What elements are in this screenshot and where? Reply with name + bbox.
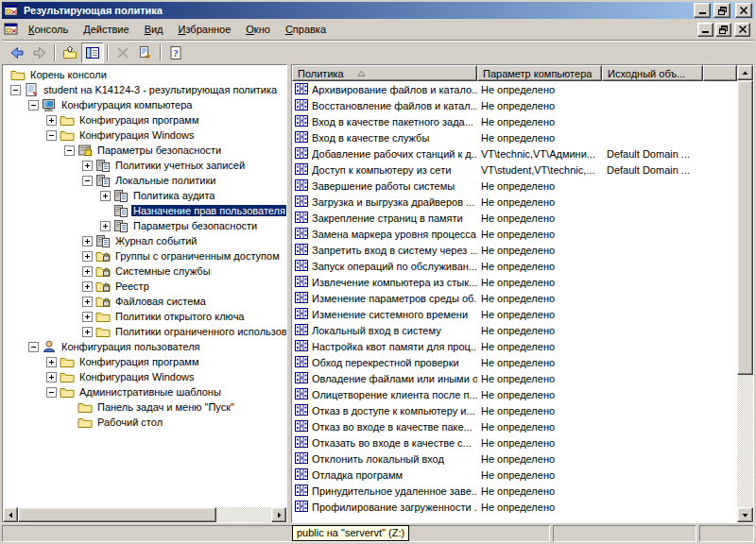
expand-plus-icon[interactable] — [46, 115, 57, 126]
tree-item[interactable]: Панель задач и меню "Пуск" — [3, 400, 286, 415]
close-button[interactable] — [735, 3, 752, 18]
mdi-close-button[interactable] — [734, 23, 750, 37]
tree-item[interactable]: Группы с ограниченным доступом — [3, 248, 286, 264]
menu-help[interactable]: Справка — [278, 21, 334, 38]
column-header-policy[interactable]: Политика — [292, 65, 477, 81]
tree-item[interactable]: Политики ограниченного использов — [3, 324, 286, 339]
titlebar[interactable]: Результирующая политика — [2, 2, 754, 19]
policy-row[interactable]: Изменение параметров среды об...Не опред… — [292, 290, 737, 306]
help-button[interactable]: ? — [164, 42, 187, 63]
policy-row[interactable]: Олицетворение клиента после п...Не опред… — [292, 386, 737, 402]
policy-row[interactable]: Завершение работы системыНе определено — [292, 178, 737, 194]
tree-item[interactable]: Журнал событий — [3, 233, 286, 248]
collapse-minus-icon[interactable] — [28, 100, 39, 110]
expand-plus-icon[interactable] — [46, 372, 57, 382]
collapse-minus-icon[interactable] — [82, 176, 93, 186]
tree-item[interactable]: Реестр — [3, 279, 286, 294]
expand-plus-icon[interactable] — [46, 357, 57, 367]
policy-row[interactable]: Запретить вход в систему через ...Не опр… — [292, 242, 737, 258]
expand-plus-icon[interactable] — [82, 297, 93, 307]
scroll-down-button[interactable] — [737, 507, 753, 522]
collapse-minus-icon[interactable] — [64, 145, 75, 156]
tree-item[interactable]: Корень консоли — [3, 67, 286, 82]
collapse-minus-icon[interactable] — [10, 85, 21, 95]
policy-row[interactable]: Архивирование файлов и катало...Не опред… — [292, 81, 737, 97]
tree-item[interactable]: Конфигурация компьютера — [3, 97, 286, 112]
expand-plus-icon[interactable] — [100, 221, 111, 231]
expand-plus-icon[interactable] — [82, 161, 93, 171]
policy-row[interactable]: Локальный вход в системуНе определено — [292, 322, 737, 338]
policy-row[interactable]: Вход в качестве пакетного зада...Не опре… — [292, 113, 737, 129]
policy-row[interactable]: Отказ в доступе к компьютеру и...Не опре… — [292, 402, 737, 418]
back-button[interactable] — [6, 42, 28, 63]
tree-item[interactable]: student на K14124-3 - результирующая пол… — [3, 82, 286, 97]
h-scrollbar[interactable] — [3, 507, 286, 522]
tree-item[interactable]: Конфигурация программ — [3, 112, 286, 128]
policy-row[interactable]: Загрузка и выгрузка драйверов ...Не опре… — [292, 194, 737, 210]
mdi-restore-button[interactable] — [715, 23, 731, 37]
policy-row[interactable]: Запуск операций по обслуживан...Не опред… — [292, 258, 737, 274]
tree-item[interactable]: Административные шаблоны — [3, 384, 286, 400]
tree-item[interactable]: Политики учетных записей — [3, 158, 286, 173]
h-scroll-track[interactable] — [216, 507, 271, 522]
up-one-level-button[interactable] — [59, 42, 81, 63]
policy-row[interactable]: Изменение системного времениНе определен… — [292, 306, 737, 322]
tree-item[interactable]: Локальные политики — [3, 173, 286, 188]
tree-item[interactable]: Политики открытого ключа — [3, 309, 286, 324]
tree-item[interactable]: Конфигурация Windows — [3, 128, 286, 143]
show-hide-tree-button[interactable] — [81, 42, 104, 63]
policy-row[interactable]: Обход перекрестной проверкиНе определено — [292, 354, 737, 370]
policy-row[interactable]: Отклонить локальный входНе определено — [292, 450, 737, 467]
column-header-source[interactable]: Исходный объ... — [602, 65, 703, 81]
tree-item[interactable]: Системные службы — [3, 264, 286, 279]
tree-item[interactable]: Конфигурация программ — [3, 354, 286, 369]
minimize-button[interactable] — [694, 3, 711, 18]
v-scrollbar[interactable] — [737, 65, 753, 522]
export-list-button[interactable] — [134, 42, 157, 63]
policy-row[interactable]: Отказать во входе в качестве с...Не опре… — [292, 434, 737, 450]
policy-row[interactable]: Закрепление страниц в памятиНе определен… — [292, 210, 737, 226]
expand-plus-icon[interactable] — [82, 327, 93, 337]
scroll-right-button[interactable] — [271, 507, 286, 522]
menu-window[interactable]: Окно — [238, 21, 278, 38]
policy-row[interactable]: Извлечение компьютера из стык...Не опред… — [292, 274, 737, 290]
tree-item[interactable]: Файловая система — [3, 294, 286, 309]
expand-plus-icon[interactable] — [82, 266, 93, 277]
tree-item[interactable]: Назначение прав пользователя — [3, 203, 286, 218]
collapse-minus-icon[interactable] — [28, 342, 39, 352]
collapse-minus-icon[interactable] — [46, 130, 57, 141]
policy-row[interactable]: Овладение файлами или иными о...Не опред… — [292, 370, 737, 386]
tree-item[interactable]: Параметры безопасности — [3, 143, 286, 158]
menu-console[interactable]: Консоль — [21, 21, 76, 38]
expand-plus-icon[interactable] — [82, 281, 93, 292]
scroll-left-button[interactable] — [3, 507, 18, 522]
policy-row[interactable]: Отладка программНе определено — [292, 467, 737, 483]
policy-row[interactable]: Профилирование загруженности ...Не опред… — [292, 499, 737, 515]
v-scroll-track[interactable] — [737, 375, 753, 507]
policy-row[interactable]: Вход в качестве службыНе определено — [292, 129, 737, 145]
policy-row[interactable]: Восстановление файлов и катал...Не опред… — [292, 97, 737, 113]
expand-plus-icon[interactable] — [100, 191, 111, 201]
restore-button[interactable] — [713, 3, 730, 18]
expand-plus-icon[interactable] — [82, 236, 93, 246]
tree-item[interactable]: Рабочий стол — [3, 415, 286, 430]
expand-plus-icon[interactable] — [82, 312, 93, 322]
tree-item[interactable]: Конфигурация пользователя — [3, 339, 286, 354]
h-scroll-thumb[interactable] — [18, 507, 216, 522]
mdi-minimize-button[interactable] — [697, 23, 713, 37]
menu-view[interactable]: Вид — [137, 21, 171, 38]
tree-item[interactable]: Параметры безопасности — [3, 218, 286, 233]
policy-row[interactable]: Добавление рабочих станций к д...VT\tech… — [292, 145, 737, 162]
collapse-minus-icon[interactable] — [46, 387, 57, 398]
policy-row[interactable]: Доступ к компьютеру из сетиVT\student,VT… — [292, 162, 737, 178]
scroll-up-button[interactable] — [737, 65, 753, 80]
v-scroll-thumb[interactable] — [737, 80, 753, 375]
tree-item[interactable]: Конфигурация Windows — [3, 369, 286, 384]
policy-row[interactable]: Замена маркера уровня процессаНе определ… — [292, 226, 737, 242]
expand-plus-icon[interactable] — [82, 251, 93, 262]
policy-row[interactable]: Отказ во входе в качестве паке...Не опре… — [292, 418, 737, 434]
policy-row[interactable]: Принудительное удаленное заве...Не опред… — [292, 483, 737, 499]
menu-action[interactable]: Действие — [76, 21, 136, 38]
column-header-computer-setting[interactable]: Параметр компьютера — [477, 65, 602, 81]
menu-favorites[interactable]: Избранное — [171, 21, 239, 38]
